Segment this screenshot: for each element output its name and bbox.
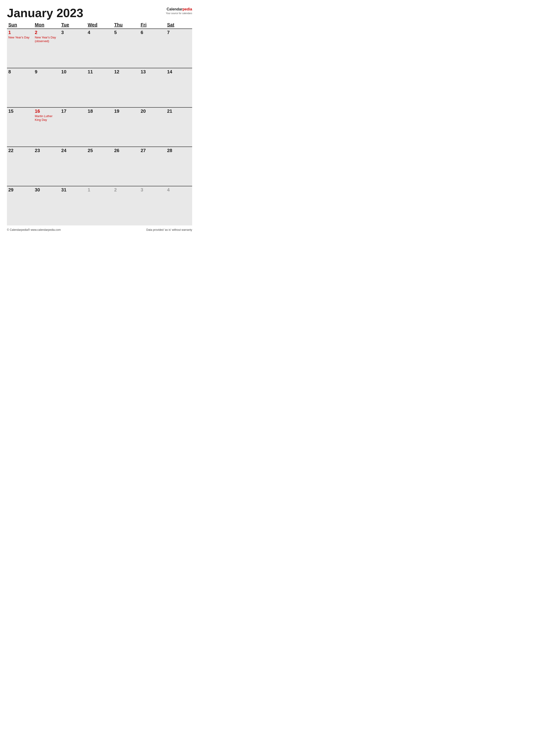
brand-subtitle: Your source for calendars <box>166 12 192 15</box>
brand-logo: Calendarpedia Your source for calendars <box>166 7 192 15</box>
day-cell: 18 <box>86 107 113 147</box>
day-cell: 1New Year's Day <box>7 29 33 68</box>
day-number: 12 <box>114 69 138 75</box>
day-number: 2 <box>114 187 138 193</box>
day-cell: 11 <box>86 68 113 107</box>
week-row-4: 22232425262728 <box>7 147 192 186</box>
day-number: 27 <box>141 148 164 153</box>
day-number: 4 <box>88 30 111 35</box>
day-cell: 6 <box>139 29 166 68</box>
day-number: 6 <box>141 30 164 35</box>
day-cell: 24 <box>60 147 86 186</box>
header-mon: Mon <box>33 21 60 29</box>
day-cell: 12 <box>113 68 139 107</box>
day-number: 20 <box>141 109 164 114</box>
day-cell: 16Martin Luther King Day <box>33 107 60 147</box>
day-cell: 30 <box>33 186 60 225</box>
day-cell: 5 <box>113 29 139 68</box>
day-cell: 10 <box>60 68 86 107</box>
holiday-name: Martin Luther King Day <box>35 114 58 122</box>
calendar-grid: Sun Mon Tue Wed Thu Fri Sat 1New Year's … <box>7 21 192 225</box>
day-cell: 4 <box>166 186 192 225</box>
copyright-text: © Calendarpedia® www.calendarpedia.com <box>7 228 61 231</box>
week-row-5: 2930311234 <box>7 186 192 225</box>
day-number: 23 <box>35 148 58 153</box>
day-number: 2 <box>35 30 58 35</box>
header-sat: Sat <box>166 21 192 29</box>
header-fri: Fri <box>139 21 166 29</box>
day-number: 4 <box>167 187 191 193</box>
day-cell: 27 <box>139 147 166 186</box>
day-number: 8 <box>8 69 32 75</box>
day-cell: 2 <box>113 186 139 225</box>
brand-pedia: pedia <box>182 7 192 11</box>
day-cell: 26 <box>113 147 139 186</box>
day-number: 18 <box>88 109 111 114</box>
brand-name: Calendarpedia <box>166 7 192 12</box>
day-number: 28 <box>167 148 191 153</box>
day-cell: 4 <box>86 29 113 68</box>
day-number: 7 <box>167 30 191 35</box>
day-number: 14 <box>167 69 191 75</box>
day-number: 26 <box>114 148 138 153</box>
day-cell: 3 <box>139 186 166 225</box>
day-number: 1 <box>88 187 111 193</box>
day-number: 3 <box>141 187 164 193</box>
day-number: 16 <box>35 109 58 114</box>
day-number: 5 <box>114 30 138 35</box>
page-footer: © Calendarpedia® www.calendarpedia.com D… <box>7 228 192 231</box>
day-number: 22 <box>8 148 32 153</box>
header-sun: Sun <box>7 21 33 29</box>
header-thu: Thu <box>113 21 139 29</box>
day-number: 29 <box>8 187 32 193</box>
day-cell: 31 <box>60 186 86 225</box>
day-number: 10 <box>61 69 85 75</box>
day-number: 1 <box>8 30 32 35</box>
day-cell: 7 <box>166 29 192 68</box>
day-cell: 20 <box>139 107 166 147</box>
day-number: 31 <box>61 187 85 193</box>
day-number: 19 <box>114 109 138 114</box>
day-cell: 29 <box>7 186 33 225</box>
day-cell: 21 <box>166 107 192 147</box>
brand-calendar: Calendar <box>167 7 182 11</box>
week-row-3: 1516Martin Luther King Day1718192021 <box>7 107 192 147</box>
day-cell: 13 <box>139 68 166 107</box>
day-number: 3 <box>61 30 85 35</box>
day-cell: 25 <box>86 147 113 186</box>
header-tue: Tue <box>60 21 86 29</box>
day-cell: 15 <box>7 107 33 147</box>
day-cell: 8 <box>7 68 33 107</box>
day-cell: 17 <box>60 107 86 147</box>
day-number: 9 <box>35 69 58 75</box>
day-cell: 3 <box>60 29 86 68</box>
day-cell: 2New Year's Day (observed) <box>33 29 60 68</box>
day-cell: 28 <box>166 147 192 186</box>
disclaimer-text: Data provided 'as is' without warranty <box>146 228 192 231</box>
header-wed: Wed <box>86 21 113 29</box>
holiday-name: New Year's Day (observed) <box>35 36 58 43</box>
weekday-header-row: Sun Mon Tue Wed Thu Fri Sat <box>7 21 192 29</box>
day-cell: 19 <box>113 107 139 147</box>
day-cell: 14 <box>166 68 192 107</box>
day-number: 15 <box>8 109 32 114</box>
month-title: January 2023 <box>7 7 83 19</box>
day-number: 24 <box>61 148 85 153</box>
day-number: 25 <box>88 148 111 153</box>
holiday-name: New Year's Day <box>8 36 32 39</box>
day-number: 21 <box>167 109 191 114</box>
day-number: 17 <box>61 109 85 114</box>
day-number: 13 <box>141 69 164 75</box>
page-header: January 2023 Calendarpedia Your source f… <box>7 7 192 19</box>
day-cell: 1 <box>86 186 113 225</box>
day-number: 30 <box>35 187 58 193</box>
week-row-2: 891011121314 <box>7 68 192 107</box>
day-cell: 23 <box>33 147 60 186</box>
day-cell: 22 <box>7 147 33 186</box>
week-row-1: 1New Year's Day2New Year's Day (observed… <box>7 29 192 68</box>
day-number: 11 <box>88 69 111 75</box>
day-cell: 9 <box>33 68 60 107</box>
